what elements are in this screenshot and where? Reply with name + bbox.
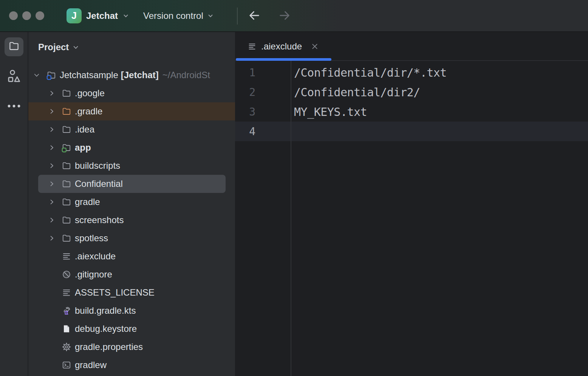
- project-panel-header[interactable]: Project: [28, 32, 235, 66]
- tree-item-label: .google: [75, 88, 105, 99]
- code-line[interactable]: 2/Confidential/dir2/: [235, 82, 588, 102]
- chevron-down-icon: [207, 12, 214, 19]
- vcs-widget[interactable]: Version control: [143, 11, 214, 21]
- minimize-window-button[interactable]: [22, 11, 31, 20]
- code-area[interactable]: 1/Confidential/dir/*.txt2/Confidential/d…: [235, 63, 588, 141]
- folder-icon: [62, 233, 71, 243]
- folder-icon: [62, 215, 71, 225]
- tree-item-label: Confidential: [75, 179, 123, 189]
- tool-window-stripe: [0, 32, 28, 376]
- tree-row[interactable]: debug.keystore: [28, 320, 235, 338]
- tree-row[interactable]: gradle: [28, 193, 235, 211]
- chevron-right-icon[interactable]: [48, 125, 56, 134]
- navigate-forward-button[interactable]: [276, 8, 293, 25]
- chevron-right-icon[interactable]: [48, 107, 56, 116]
- tree-row[interactable]: .gradle: [28, 102, 235, 120]
- chevron-spacer: [48, 325, 56, 333]
- tree-item-label: ASSETS_LICENSE: [75, 287, 155, 298]
- text-file-icon: [248, 42, 257, 51]
- folder-excluded-icon: [62, 106, 71, 116]
- editor-area: .aiexclude 1/Confidential/dir/*.txt2/Con…: [235, 32, 588, 376]
- code-text: /Confidential/dir/*.txt: [291, 66, 447, 79]
- vcs-widget-label: Version control: [143, 11, 203, 21]
- folder-icon: [62, 125, 71, 134]
- line-number[interactable]: 3: [235, 106, 291, 118]
- navigate-back-button[interactable]: [246, 8, 263, 25]
- tree-item-label: screenshots: [75, 215, 124, 225]
- chevron-right-icon[interactable]: [48, 162, 56, 170]
- code-line[interactable]: 3MY_KEYS.txt: [235, 102, 588, 122]
- tree-row[interactable]: screenshots: [28, 211, 235, 229]
- stripe-item-project[interactable]: [5, 37, 23, 56]
- chevron-right-icon[interactable]: [48, 234, 56, 242]
- chevron-spacer: [48, 361, 56, 369]
- chevron-right-icon[interactable]: [48, 198, 56, 206]
- tree-row[interactable]: app: [28, 139, 235, 157]
- window-controls: [0, 11, 44, 20]
- stripe-item-structure[interactable]: [5, 68, 23, 86]
- chevron-right-icon[interactable]: [48, 143, 56, 152]
- tree-row[interactable]: .gitignore: [28, 265, 235, 284]
- structure-icon: [6, 68, 22, 86]
- arrow-left-icon: [248, 9, 261, 24]
- chevron-spacer: [48, 343, 56, 351]
- code-text: /Confidential/dir2/: [291, 86, 420, 99]
- shell-file-icon: [62, 360, 71, 370]
- tree-item-label: gradle.properties: [75, 342, 143, 352]
- chevron-down-icon: [122, 12, 129, 19]
- chevron-right-icon[interactable]: [48, 180, 56, 188]
- zoom-window-button[interactable]: [36, 11, 44, 20]
- tree-row[interactable]: .google: [28, 84, 235, 102]
- tree-row[interactable]: Confidential: [38, 175, 226, 193]
- tree-row[interactable]: gradle.properties: [28, 338, 235, 356]
- line-number[interactable]: 1: [235, 66, 291, 79]
- close-window-button[interactable]: [9, 11, 18, 20]
- tree-row[interactable]: .aiexclude: [28, 247, 235, 265]
- folder-module-green-icon: [62, 143, 71, 153]
- folder-module-icon: [46, 70, 56, 80]
- tree-row[interactable]: .idea: [28, 120, 235, 139]
- gear-file-icon: [62, 342, 71, 352]
- tree-row[interactable]: spotless: [28, 229, 235, 247]
- line-number[interactable]: 2: [235, 86, 291, 99]
- tree-item-label: Jetchatsample: [60, 70, 118, 80]
- tab-aiexclude[interactable]: .aiexclude: [235, 32, 331, 60]
- tree-item-module-label: [Jetchat]: [121, 70, 159, 80]
- chevron-right-icon[interactable]: [48, 89, 56, 97]
- more-icon: [6, 103, 22, 110]
- main-toolbar: J Jetchat Version control: [0, 0, 588, 32]
- folder-icon: [62, 161, 71, 171]
- project-panel: Project Jetchatsample[Jetchat]~/AndroidS…: [28, 32, 235, 376]
- tree-row[interactable]: buildscripts: [28, 157, 235, 175]
- tree-item-label: gradlew: [75, 360, 107, 370]
- tree-row[interactable]: Jetchatsample[Jetchat]~/AndroidSt: [28, 66, 235, 84]
- chevron-spacer: [48, 270, 56, 279]
- tree-row[interactable]: build.gradle.kts: [28, 302, 235, 320]
- folder-icon: [8, 40, 20, 53]
- gradle-kts-icon: [62, 306, 71, 316]
- tree-item-label: .aiexclude: [75, 251, 116, 262]
- active-tab-underline: [236, 58, 331, 61]
- chevron-spacer: [48, 307, 56, 315]
- chevron-down-icon[interactable]: [32, 71, 41, 79]
- tree-item-label: debug.keystore: [75, 324, 137, 334]
- code-line[interactable]: 1/Confidential/dir/*.txt: [235, 63, 588, 82]
- project-widget[interactable]: J Jetchat: [67, 8, 129, 23]
- text-file-icon: [62, 251, 71, 261]
- arrow-right-icon: [278, 9, 291, 24]
- chevron-right-icon[interactable]: [48, 216, 56, 224]
- close-tab-icon[interactable]: [311, 43, 319, 50]
- tree-item-label: .idea: [75, 124, 94, 135]
- line-number[interactable]: 4: [235, 125, 291, 138]
- folder-icon: [62, 197, 71, 207]
- chevron-spacer: [48, 252, 56, 260]
- text-file-icon: [62, 288, 71, 297]
- tree-row[interactable]: gradlew: [28, 356, 235, 374]
- project-widget-label: Jetchat: [86, 11, 118, 21]
- ignore-file-icon: [62, 270, 71, 279]
- stripe-item-more[interactable]: [5, 102, 23, 112]
- code-line[interactable]: 4: [235, 122, 588, 141]
- chevron-down-icon: [72, 44, 79, 51]
- tree-row[interactable]: ASSETS_LICENSE: [28, 284, 235, 302]
- gutter-separator: [291, 61, 291, 376]
